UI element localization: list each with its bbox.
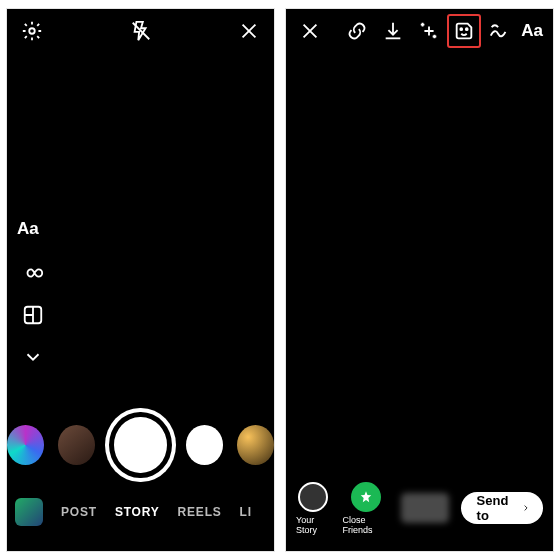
filter-option[interactable] <box>7 425 44 465</box>
filter-option[interactable] <box>237 425 274 465</box>
your-story-label: Your Story <box>296 515 331 535</box>
mode-tabs: POST STORY REELS LI <box>7 497 274 527</box>
comparison-stage: Aa POST STORY REELS LI <box>0 0 560 560</box>
sticker-icon[interactable] <box>451 18 477 44</box>
mode-reels[interactable]: REELS <box>178 505 222 519</box>
camera-side-tools: Aa <box>17 219 49 369</box>
close-friends-button[interactable]: Close Friends <box>343 482 389 535</box>
chevron-right-icon <box>521 502 531 514</box>
phone-left-camera: Aa POST STORY REELS LI <box>6 8 275 552</box>
send-to-label: Send to <box>477 493 516 523</box>
link-icon[interactable] <box>344 18 370 44</box>
phone-right-editor: Aa Your Story Close Friends Send to <box>285 8 554 552</box>
text-tool[interactable]: Aa <box>521 21 543 41</box>
close-icon[interactable] <box>236 18 262 44</box>
shutter-button[interactable] <box>109 412 171 478</box>
gear-icon[interactable] <box>19 18 45 44</box>
chevron-down-icon[interactable] <box>21 345 45 369</box>
avatar <box>298 482 328 512</box>
flash-off-icon[interactable] <box>128 18 154 44</box>
mode-story[interactable]: STORY <box>115 505 160 519</box>
share-row: Your Story Close Friends Send to <box>286 481 553 535</box>
editor-topbar: Aa <box>286 9 553 53</box>
close-icon[interactable] <box>297 18 323 44</box>
svg-point-4 <box>466 28 468 30</box>
download-icon[interactable] <box>380 18 406 44</box>
highlight-box <box>447 14 481 48</box>
mode-live[interactable]: LI <box>240 505 252 519</box>
mode-post[interactable]: POST <box>61 505 97 519</box>
close-friends-label: Close Friends <box>343 515 389 535</box>
scribble-icon[interactable] <box>486 18 512 44</box>
gallery-thumbnail[interactable] <box>15 498 43 526</box>
layout-icon[interactable] <box>21 303 45 327</box>
send-to-button[interactable]: Send to <box>461 492 543 524</box>
camera-topbar <box>7 9 274 53</box>
filter-option[interactable] <box>58 425 95 465</box>
sparkle-icon[interactable] <box>416 18 442 44</box>
svg-point-0 <box>29 28 35 34</box>
text-tool[interactable]: Aa <box>17 219 41 243</box>
filter-option[interactable] <box>186 425 223 465</box>
star-icon <box>351 482 381 512</box>
redacted-chip <box>401 493 449 523</box>
svg-point-3 <box>461 28 463 30</box>
your-story-button[interactable]: Your Story <box>296 482 331 535</box>
filter-carousel[interactable] <box>7 407 274 483</box>
infinity-icon[interactable] <box>21 261 45 285</box>
